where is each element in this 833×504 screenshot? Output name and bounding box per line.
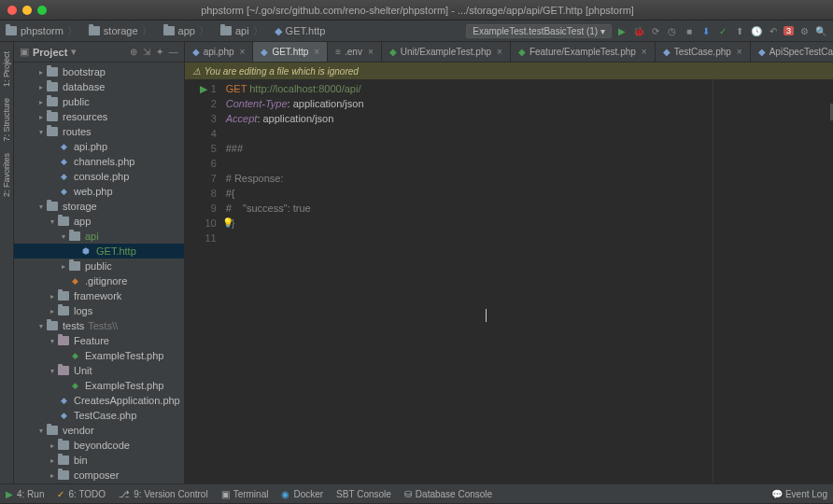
search-everywhere-icon[interactable]: 🔍 [814,24,827,37]
tree-row[interactable]: ⬢GET.http [14,244,184,259]
tool-window-tab[interactable]: 7: Structure [0,92,13,147]
bottom-tool-bar: ▶4: Run✓6: TODO⎇9: Version Control▣Termi… [0,483,833,503]
tree-row[interactable]: ◆CreatesApplication.php [14,393,184,408]
tree-row[interactable]: ◆console.php [14,169,184,184]
stop-button[interactable]: ■ [683,24,696,37]
breadcrumb-item[interactable]: storage 〉 [89,24,152,38]
tool-window-tab[interactable]: 1: Project [0,46,13,92]
tree-row[interactable]: ◆.gitignore [14,273,184,288]
tree-row[interactable]: ◆web.php [14,184,184,199]
editor-tab[interactable]: ◆api.php× [185,42,254,62]
collapse-all-icon[interactable]: ⇲ [143,47,150,57]
run-configuration-selector[interactable]: ExampleTest.testBasicTest (1) ▾ [466,24,612,38]
breadcrumb-item[interactable]: phpstorm 〉 [6,24,78,38]
minimize-window-icon[interactable] [22,6,32,15]
right-margin-line [713,79,713,483]
tree-row[interactable]: public [14,259,184,273]
window-title: phpstorm [~/.go/src/github.com/reno-shel… [58,5,833,16]
project-title: Project [33,47,67,58]
maximize-window-icon[interactable] [37,6,47,15]
title-bar: phpstorm [~/.go/src/github.com/reno-shel… [0,0,833,21]
event-log-button[interactable]: 💬 Event Log [771,489,827,499]
warning-text: You are editing a file which is ignored [205,66,359,77]
tree-row[interactable]: framework [14,288,184,303]
tree-row[interactable]: storage [14,199,184,214]
tree-row[interactable]: ◆ExampleTest.php [14,348,184,363]
editor-tab[interactable]: ◆Unit/ExampleTest.php× [382,42,511,62]
close-tab-icon[interactable]: × [497,47,502,57]
tree-row[interactable]: bin [14,453,184,468]
bottom-tool-button[interactable]: ⛁Database Console [404,489,492,499]
hide-panel-icon[interactable]: — [169,47,178,57]
close-tab-icon[interactable]: × [737,47,742,57]
tree-row[interactable]: composer [14,468,184,483]
editor-tab[interactable]: ≡.env× [328,42,382,62]
tree-row[interactable]: logs [14,303,184,318]
tree-row[interactable]: public [14,94,184,109]
left-tool-gutter: 1: Project7: Structure2: Favorites [0,42,14,483]
editor-tab[interactable]: ◆GET.http× [253,42,328,62]
navigation-bar: phpstorm 〉storage 〉app 〉api 〉◆GET.http E… [0,21,833,42]
editor-area: ◆api.php×◆GET.http×≡.env×◆Unit/ExampleTe… [185,42,833,483]
tree-row[interactable]: beyondcode [14,438,184,453]
close-tab-icon[interactable]: × [642,47,647,57]
bottom-tool-button[interactable]: SBT Console [336,489,391,499]
project-header: ▣ Project ▾ ⊕ ⇲ ✦ — [14,42,184,63]
breadcrumb-item[interactable]: ◆GET.http [275,25,326,37]
bottom-tool-button[interactable]: ▣Terminal [221,489,269,499]
scroll-to-source-icon[interactable]: ⊕ [130,47,137,57]
ignored-file-warning: ⚠ You are editing a file which is ignore… [185,63,833,79]
tree-row[interactable]: vendor [14,423,184,438]
git-pull-icon[interactable]: ⬇ [699,24,713,37]
tree-row[interactable]: Unit [14,363,184,378]
toolbar-right: ExampleTest.testBasicTest (1) ▾ ▶ 🐞 ⟳ ◷ … [466,24,827,38]
breadcrumb-item[interactable]: api 〉 [220,24,263,38]
bottom-tool-button[interactable]: ◉Docker [281,489,323,499]
notifications-badge[interactable]: 3 [784,26,794,35]
tree-row[interactable]: ◆api.php [14,139,184,154]
code-editor[interactable]: ▶1234567891011 GET http://localhost:8000… [185,79,833,483]
editor-tabs: ◆api.php×◆GET.http×≡.env×◆Unit/ExampleTe… [185,42,833,63]
close-tab-icon[interactable]: × [314,47,319,57]
project-tree[interactable]: bootstrapdatabasepublicresourcesroutes◆a… [14,63,184,483]
tree-row[interactable]: api [14,229,184,244]
tree-row[interactable]: database [14,79,184,94]
close-tab-icon[interactable]: × [240,47,246,57]
debug-button[interactable]: 🐞 [632,24,645,37]
run-gutter-icon[interactable]: ▶ [200,81,207,96]
close-tab-icon[interactable]: × [368,47,374,57]
bottom-tool-button[interactable]: ▶4: Run [6,489,44,499]
run-config-label: ExampleTest.testBasicTest (1) [473,26,598,36]
window-controls [7,6,47,15]
profile-button[interactable]: ◷ [666,24,679,37]
bottom-tool-button[interactable]: ⎇9: Version Control [119,489,208,499]
text-cursor [486,309,487,322]
git-commit-icon[interactable]: ✓ [716,24,729,37]
tool-window-tab[interactable]: 2: Favorites [0,147,13,203]
git-revert-icon[interactable]: ↶ [767,24,780,37]
tree-row[interactable]: ◆channels.php [14,154,184,169]
git-history-icon[interactable]: 🕓 [750,24,763,37]
tree-row[interactable]: dnoegel [14,483,184,483]
breadcrumb-item[interactable]: app 〉 [163,24,209,38]
editor-tab[interactable]: ◆Feature/ExampleTest.php× [511,42,656,62]
coverage-button[interactable]: ⟳ [649,24,662,37]
tree-row[interactable]: routes [14,124,184,139]
tree-row[interactable]: ◆ExampleTest.php [14,378,184,393]
project-tool-window: ▣ Project ▾ ⊕ ⇲ ✦ — bootstrapdatabasepub… [14,42,185,483]
editor-tab[interactable]: ◆TestCase.php× [656,42,751,62]
gear-icon[interactable]: ✦ [156,47,163,57]
tree-row[interactable]: ◆TestCase.php [14,408,184,423]
tree-row[interactable]: bootstrap [14,64,184,79]
run-button[interactable]: ▶ [615,24,628,37]
git-push-icon[interactable]: ⬆ [733,24,746,37]
bottom-tool-button[interactable]: ✓6: TODO [57,489,106,499]
close-window-icon[interactable] [7,6,17,15]
intention-bulb-icon[interactable]: 💡 [222,216,233,231]
settings-icon[interactable]: ⚙ [798,24,811,37]
tree-row[interactable]: resources [14,109,184,124]
tree-row[interactable]: app [14,214,184,229]
tree-row[interactable]: testsTests\\ [14,318,184,333]
tree-row[interactable]: Feature [14,333,184,348]
editor-tab[interactable]: ◆ApiSpecTestCase.php× [751,42,833,62]
